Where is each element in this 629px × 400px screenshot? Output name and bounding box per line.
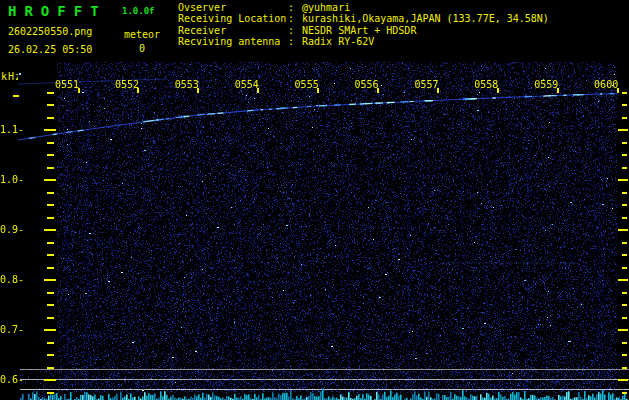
time-axis-label: 0553 [175, 79, 199, 90]
time-axis-label: 0551 [55, 79, 79, 90]
observation-mode-label: meteor [124, 29, 160, 40]
freq-axis-label: 0.7 [0, 324, 24, 335]
freq-axis-tick-left [47, 167, 54, 169]
freq-axis-tick-right [622, 204, 627, 206]
station-info: Ovserver: @yuhmariReceiving Location: ku… [178, 2, 549, 47]
time-axis-label: 0554 [235, 79, 259, 90]
time-axis-tick [78, 88, 80, 93]
station-info-separator: : [288, 25, 296, 36]
observation-datetime: 26.02.25 05:50 [8, 44, 92, 55]
hrofft-window: HROFFT 1.0.0f 2602250550.png meteor 26.0… [0, 0, 629, 400]
station-info-value: kurashiki,Okayama,JAPAN (133.77E, 34.58N… [296, 13, 549, 24]
station-info-label: Receiver [178, 25, 288, 36]
freq-axis-tick-left [47, 142, 54, 144]
freq-axis-tick-left [47, 367, 54, 369]
freq-axis-tick-right [622, 154, 627, 156]
freq-axis-tick-right [622, 304, 627, 306]
freq-axis-tick-left [47, 154, 54, 156]
station-info-row: Recviving antenna: Radix RY-62V [178, 36, 549, 47]
time-axis-label: 0558 [474, 79, 498, 90]
freq-axis-tick-left [47, 292, 54, 294]
freq-axis-tick-left [44, 129, 56, 131]
freq-axis-tick-left [47, 317, 54, 319]
freq-axis-tick-right [622, 92, 627, 94]
freq-axis-tick-left [44, 229, 56, 231]
time-axis-label: 0552 [115, 79, 139, 90]
station-info-value: NESDR SMArt + HDSDR [296, 25, 416, 36]
freq-axis-tick-left [47, 242, 54, 244]
freq-axis-tick-left [47, 342, 54, 344]
freq-axis-tick-left [47, 192, 54, 194]
freq-axis-tick-right [622, 354, 627, 356]
station-info-separator: : [288, 13, 296, 24]
spectrogram-canvas [18, 62, 629, 400]
freq-axis-tick-left [44, 329, 56, 331]
freq-axis-tick-right [622, 392, 627, 394]
time-axis-tick [557, 88, 559, 93]
freq-axis-tick-right [622, 242, 627, 244]
time-axis-label: 0557 [414, 79, 438, 90]
freq-axis-tick-left [47, 267, 54, 269]
station-info-label: Receiving Location [178, 13, 288, 24]
time-axis-tick [437, 88, 439, 93]
freq-axis-tick-left [47, 217, 54, 219]
freq-axis-tick-right [618, 229, 628, 231]
time-axis-tick [617, 88, 619, 93]
axis-stray-tick [13, 95, 19, 97]
freq-axis-tick-left [44, 179, 56, 181]
freq-axis-tick-left [47, 104, 54, 106]
time-axis-tick [377, 88, 379, 93]
freq-axis-tick-left [47, 204, 54, 206]
freq-axis-tick-right [622, 217, 627, 219]
freq-axis-tick-left [47, 117, 54, 119]
station-info-separator: : [288, 36, 296, 47]
time-axis-tick [257, 88, 259, 93]
time-axis-tick [317, 88, 319, 93]
freq-axis-tick-right [618, 279, 628, 281]
freq-axis-tick-right [622, 292, 627, 294]
freq-axis-tick-left [44, 279, 56, 281]
time-axis-tick [137, 88, 139, 93]
freq-axis-tick-right [618, 379, 628, 381]
time-axis-label: 0556 [355, 79, 379, 90]
freq-axis-label: 1.0 [0, 174, 24, 185]
freq-axis-tick-right [622, 192, 627, 194]
freq-axis-tick-right [622, 254, 627, 256]
station-info-row: Ovserver: @yuhmari [178, 2, 549, 13]
station-info-separator: : [288, 2, 296, 13]
time-axis-label: 0600 [594, 79, 618, 90]
freq-axis-label: 0.8 [0, 274, 24, 285]
freq-axis-tick-right [622, 267, 627, 269]
station-info-label: Ovserver [178, 2, 288, 13]
freq-axis-tick-left [47, 354, 54, 356]
freq-axis-tick-right [618, 129, 628, 131]
freq-axis-tick-right [618, 329, 628, 331]
freq-axis-label: 0.9 [0, 224, 24, 235]
station-info-row: Receiving Location: kurashiki,Okayama,JA… [178, 13, 549, 24]
freq-axis-tick-right [622, 367, 627, 369]
freq-axis-label: 0.6 [0, 374, 24, 385]
station-info-value: @yuhmari [296, 2, 350, 13]
freq-axis-tick-right [622, 342, 627, 344]
station-info-value: Radix RY-62V [296, 36, 374, 47]
station-info-row: Receiver: NESDR SMArt + HDSDR [178, 25, 549, 36]
time-axis-label: 0559 [534, 79, 558, 90]
freq-axis-tick-left [47, 254, 54, 256]
echo-count: 0 [139, 43, 145, 54]
station-info-label: Recviving antenna [178, 36, 288, 47]
observation-filename: 2602250550.png [8, 26, 92, 37]
freq-axis-tick-right [622, 117, 627, 119]
freq-axis-tick-right [622, 104, 627, 106]
time-axis-label: 0555 [295, 79, 319, 90]
time-axis-tick [497, 88, 499, 93]
freq-axis-tick-right [622, 142, 627, 144]
freq-axis-tick-left [47, 304, 54, 306]
freq-axis-tick-left [47, 392, 54, 394]
freq-axis-tick-left [47, 92, 54, 94]
freq-axis-tick-left [44, 379, 56, 381]
freq-axis-label: 1.1 [0, 124, 24, 135]
app-version: 1.0.0f [122, 6, 155, 16]
freq-axis-tick-right [622, 167, 627, 169]
freq-axis-tick-right [622, 317, 627, 319]
app-title: HROFFT [8, 3, 107, 19]
